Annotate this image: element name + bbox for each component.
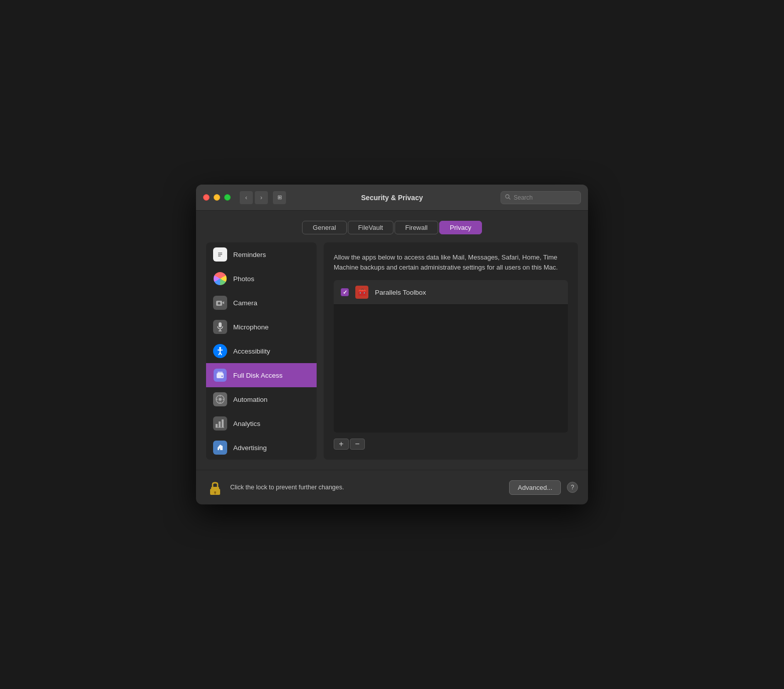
sidebar-item-reminders-label: Reminders [233, 251, 266, 259]
advanced-button[interactable]: Advanced... [509, 480, 561, 495]
sidebar-item-full-disk-access[interactable]: Full Disk Access [206, 363, 317, 387]
main-window: ‹ › ⊞ Security & Privacy General FileVau… [196, 185, 588, 504]
table-row[interactable]: ✓ 🧰 Parallels Toolbox [334, 280, 568, 305]
description-text: Allow the apps below to access data like… [334, 252, 568, 272]
sidebar: Reminders Photos Camera Microphone [206, 242, 317, 460]
sidebar-item-accessibility[interactable]: Accessibility [206, 339, 317, 363]
sidebar-item-microphone-label: Microphone [233, 323, 269, 331]
svg-point-19 [222, 376, 223, 377]
sidebar-item-analytics[interactable]: Analytics [206, 411, 317, 436]
svg-line-1 [509, 198, 511, 200]
automation-icon [213, 392, 227, 406]
window-title: Security & Privacy [361, 194, 423, 202]
tab-general[interactable]: General [302, 221, 346, 234]
search-icon [505, 194, 511, 201]
apps-list: ✓ 🧰 Parallels Toolbox [334, 280, 568, 433]
chevron-left-icon: ‹ [245, 194, 247, 201]
advertising-icon [213, 441, 227, 455]
tab-filevault[interactable]: FileVault [348, 221, 394, 234]
grid-button[interactable]: ⊞ [273, 191, 286, 204]
bottom-bar: Click the lock to prevent further change… [196, 470, 588, 504]
sidebar-item-automation-label: Automation [233, 396, 267, 403]
microphone-icon [213, 320, 227, 334]
sidebar-item-reminders[interactable]: Reminders [206, 242, 317, 267]
svg-point-0 [506, 195, 509, 198]
traffic-lights [203, 194, 231, 201]
tab-firewall[interactable]: Firewall [395, 221, 438, 234]
forward-button[interactable]: › [255, 191, 268, 204]
app-checkbox-parallels[interactable]: ✓ [341, 288, 349, 296]
main-panel: Allow the apps below to access data like… [324, 242, 578, 460]
svg-line-16 [220, 353, 222, 355]
camera-icon [213, 296, 227, 310]
content-area: Reminders Photos Camera Microphone [196, 242, 588, 470]
sidebar-item-camera-label: Camera [233, 299, 257, 307]
svg-point-12 [219, 347, 221, 349]
sidebar-item-photos[interactable]: Photos [206, 267, 317, 291]
parallels-tools-icon: 🧰 [358, 288, 366, 296]
maximize-button[interactable] [224, 194, 231, 201]
parallels-logo: 🧰 [355, 286, 368, 299]
tab-privacy[interactable]: Privacy [439, 221, 482, 234]
search-box[interactable] [501, 191, 581, 204]
app-icon-parallels: 🧰 [355, 285, 369, 299]
sidebar-item-advertising[interactable]: Advertising [206, 436, 317, 460]
photos-icon [213, 272, 227, 286]
app-list-empty-area [334, 305, 568, 405]
close-button[interactable] [203, 194, 210, 201]
app-name-parallels: Parallels Toolbox [375, 289, 426, 296]
svg-point-32 [214, 491, 216, 493]
titlebar: ‹ › ⊞ Security & Privacy [196, 185, 588, 211]
chevron-right-icon: › [260, 194, 262, 201]
sidebar-item-automation[interactable]: Automation [206, 387, 317, 411]
minimize-button[interactable] [214, 194, 220, 201]
tabs-row: General FileVault Firewall Privacy [196, 211, 588, 242]
sidebar-item-photos-label: Photos [233, 275, 254, 283]
sidebar-item-analytics-label: Analytics [233, 420, 260, 427]
sidebar-item-microphone[interactable]: Microphone [206, 315, 317, 339]
checkmark-icon: ✓ [343, 289, 347, 296]
lock-icon[interactable] [206, 478, 224, 496]
svg-rect-18 [218, 372, 223, 374]
sidebar-item-camera[interactable]: Camera [206, 291, 317, 315]
grid-icon: ⊞ [277, 194, 282, 201]
svg-rect-27 [219, 421, 221, 427]
accessibility-icon [213, 344, 227, 358]
sidebar-item-accessibility-label: Accessibility [233, 348, 270, 355]
svg-marker-7 [222, 301, 224, 304]
add-app-button[interactable]: + [334, 439, 349, 450]
help-button[interactable]: ? [567, 482, 578, 493]
list-buttons: + − [334, 439, 568, 450]
lock-status-text: Click the lock to prevent further change… [230, 484, 503, 491]
svg-rect-28 [222, 419, 224, 427]
nav-buttons: ‹ › [240, 191, 268, 204]
disk-icon [213, 368, 227, 382]
sidebar-item-full-disk-access-label: Full Disk Access [233, 372, 282, 379]
search-input[interactable] [514, 194, 576, 201]
back-button[interactable]: ‹ [240, 191, 253, 204]
svg-point-8 [218, 302, 221, 305]
svg-point-21 [219, 398, 222, 401]
svg-rect-9 [219, 322, 222, 327]
remove-app-button[interactable]: − [350, 439, 365, 450]
analytics-icon [213, 416, 227, 430]
svg-rect-26 [216, 424, 218, 427]
sidebar-item-advertising-label: Advertising [233, 444, 267, 452]
reminders-icon [213, 247, 227, 262]
